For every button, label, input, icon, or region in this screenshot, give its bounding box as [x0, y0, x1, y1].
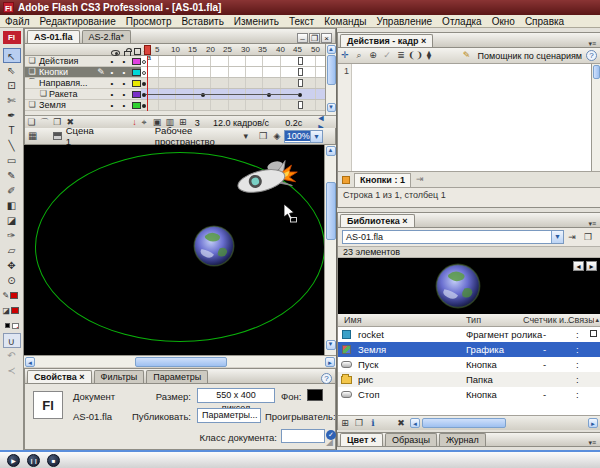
item-name[interactable]: рис	[358, 374, 373, 385]
layer-visibility-dot[interactable]: •	[106, 57, 118, 66]
script-scrollbar[interactable]	[591, 64, 600, 171]
sort-order-icon[interactable]: ▴	[595, 316, 599, 323]
paint-bucket-tool[interactable]: ◪	[3, 213, 21, 228]
help-icon[interactable]: ?	[321, 373, 332, 384]
layer-lock-dot[interactable]: •	[118, 90, 130, 99]
add-motion-guide-icon[interactable]: ⌒	[38, 118, 51, 127]
scene-name[interactable]: Сцена 1	[62, 125, 97, 147]
pen-tool[interactable]: ✒	[3, 108, 21, 123]
column-name[interactable]: Имя	[344, 315, 362, 325]
layer-row-earth[interactable]: ❏ Земля • •	[25, 100, 141, 111]
check-syntax-icon[interactable]: ✓	[380, 51, 394, 60]
timeline-toggle-icon[interactable]: ▦	[25, 131, 41, 141]
text-tool[interactable]: T	[3, 123, 21, 138]
stage-horizontal-scrollbar[interactable]: ◄ ►	[24, 355, 336, 367]
scroll-down-arrow[interactable]: ▼	[326, 340, 336, 350]
workspace-menu[interactable]: Рабочее пространство	[155, 125, 242, 147]
tab-parameters[interactable]: Параметры	[146, 370, 208, 383]
item-name[interactable]: Пуск	[358, 359, 378, 370]
layer-lock-dot[interactable]: •	[118, 79, 130, 88]
scroll-up-arrow[interactable]: ▲	[327, 45, 336, 54]
new-library-panel-icon[interactable]: ❐	[580, 233, 596, 242]
layer-lock-dot[interactable]: •	[118, 68, 130, 77]
tab-library[interactable]: Библиотека ×	[340, 214, 415, 227]
frames-rocket-tween[interactable]	[141, 89, 325, 100]
add-script-icon[interactable]: ✛	[338, 51, 352, 60]
publish-settings-button[interactable]: Параметры...	[197, 408, 261, 423]
frames-buttons-layer[interactable]	[141, 67, 325, 78]
tab-filters[interactable]: Фильтры	[94, 370, 145, 383]
black-white-icon[interactable]	[5, 323, 10, 328]
selection-tool[interactable]: ↖	[3, 48, 21, 63]
fill-color-swatch[interactable]	[11, 307, 19, 314]
frames-earth-layer[interactable]	[141, 100, 325, 111]
rocket-graphic[interactable]	[228, 153, 302, 205]
tab-actions-frame[interactable]: Действия - кадр ×	[340, 34, 433, 47]
ink-bottle-tool[interactable]: ◧	[3, 198, 21, 213]
layer-name[interactable]: Ракета	[47, 89, 106, 99]
line-tool[interactable]: ╲	[3, 138, 21, 153]
library-row-earth[interactable]: Земля Графика - :	[338, 342, 600, 357]
subselection-tool[interactable]: ⇖	[3, 63, 21, 78]
tool-option-straighten-icon[interactable]: ≺	[3, 363, 21, 378]
doc-minimize-button[interactable]: –	[297, 33, 308, 43]
library-row-ris[interactable]: рис Папка :	[338, 372, 600, 387]
zoom-dropdown-arrow[interactable]: ▼	[310, 131, 322, 142]
layer-visibility-dot[interactable]: •	[106, 90, 118, 99]
panel-menu-icon[interactable]: ▾≡	[588, 439, 600, 446]
menu-debug[interactable]: Отладка	[437, 15, 487, 28]
actions-help-icon[interactable]: ?	[586, 50, 597, 61]
no-color-icon[interactable]	[12, 323, 19, 329]
layer-row-guide[interactable]: ⌒ Направля... • •	[25, 78, 141, 89]
zoom-level-combobox[interactable]: 100% ▼	[284, 130, 323, 143]
tab-history[interactable]: Журнал	[439, 433, 486, 446]
snap-to-objects-toggle[interactable]: ∪	[3, 333, 21, 348]
auto-format-icon[interactable]: ≣	[394, 51, 408, 60]
menu-file[interactable]: Файл	[0, 15, 35, 28]
resize-grip-icon[interactable]: ◢	[326, 438, 333, 447]
menu-modify[interactable]: Изменить	[229, 15, 284, 28]
playhead-handle[interactable]	[144, 45, 151, 55]
new-symbol-icon[interactable]: ⊞	[338, 419, 352, 428]
library-row-pusk[interactable]: Пуск Кнопка - :	[338, 357, 600, 372]
find-icon[interactable]: ⌕	[352, 51, 366, 60]
delete-item-icon[interactable]: ✖	[394, 419, 408, 428]
menu-window[interactable]: Окно	[487, 15, 520, 28]
dropdown-arrow-icon[interactable]: ▼	[551, 231, 563, 243]
library-horizontal-scrollbar[interactable]: ◄ ►	[410, 417, 598, 430]
library-document-select[interactable]: AS-01.fla ▼	[342, 230, 564, 244]
tab-color[interactable]: Цвет ×	[340, 433, 383, 446]
item-properties-icon[interactable]: ℹ	[366, 419, 380, 428]
script-assist-button[interactable]: Помощник по сценариям	[473, 51, 586, 61]
edit-scene-icon[interactable]: ❒	[256, 132, 270, 141]
frames-actions-layer[interactable]: a	[141, 56, 325, 67]
layer-name[interactable]: Направля...	[39, 78, 106, 88]
scroll-right-arrow[interactable]: ►	[588, 418, 598, 428]
item-name[interactable]: rocket	[358, 329, 384, 340]
doc-restore-button[interactable]: ❐	[309, 33, 320, 43]
item-name[interactable]: Стоп	[358, 389, 380, 400]
column-linkage[interactable]: Связывани	[568, 315, 594, 325]
lasso-tool[interactable]: ✄	[3, 93, 21, 108]
debug-options-icon[interactable]: ⧫	[422, 51, 436, 60]
edit-symbols-icon[interactable]: ◈	[270, 132, 284, 141]
doc-close-button[interactable]: ×	[321, 33, 332, 43]
menu-view[interactable]: Просмотр	[121, 15, 177, 28]
rectangle-tool[interactable]: ▭	[3, 153, 21, 168]
show-code-hint-icon[interactable]: ❨❩	[408, 51, 422, 60]
menu-insert[interactable]: Вставить	[176, 15, 228, 28]
pin-library-icon[interactable]: ⇥	[564, 233, 580, 242]
scroll-up-arrow[interactable]: ▲	[326, 146, 336, 156]
tool-option-smooth-icon[interactable]: ↶	[3, 348, 21, 363]
layer-visibility-dot[interactable]: •	[106, 79, 118, 88]
scroll-left-arrow[interactable]: ◄	[25, 357, 35, 367]
workspace-dropdown-arrow[interactable]: ▾	[242, 132, 249, 141]
layer-name[interactable]: Действия	[39, 56, 106, 66]
pin-script-icon[interactable]: ⇥	[411, 175, 424, 184]
brush-tool[interactable]: ✐	[3, 183, 21, 198]
menu-control[interactable]: Управление	[372, 15, 438, 28]
layer-lock-dot[interactable]: •	[118, 101, 130, 110]
earth-graphic[interactable]	[192, 224, 236, 268]
item-name[interactable]: Земля	[358, 344, 386, 355]
layer-lock-dot[interactable]: •	[118, 57, 130, 66]
